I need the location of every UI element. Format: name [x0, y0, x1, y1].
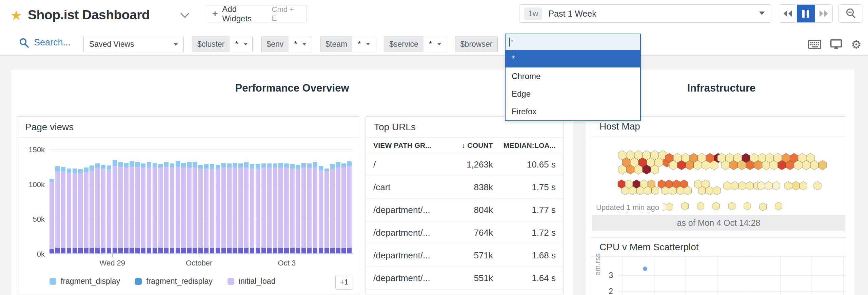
host-hexagon[interactable] [785, 181, 792, 190]
dropdown-option-edge[interactable]: Edge [506, 85, 640, 103]
page-views-widget[interactable]: Page views 150k100k50k0k Wed 29OctoberOc… [17, 116, 360, 295]
bar[interactable] [227, 163, 231, 253]
bar[interactable] [210, 164, 214, 253]
variable-pill-env[interactable]: $env* [261, 36, 312, 52]
bar[interactable] [301, 163, 306, 253]
bar[interactable] [130, 161, 134, 253]
host-hexagon[interactable] [772, 181, 780, 190]
host-hexagon[interactable] [744, 202, 751, 210]
host-hexagon[interactable] [775, 202, 782, 210]
add-widgets-button[interactable]: + Add Widgets Cmd + E [206, 5, 307, 22]
host-hexagon[interactable] [746, 181, 753, 190]
table-row[interactable]: /1,263k10.65 s [366, 153, 563, 176]
bar[interactable] [216, 165, 220, 253]
host-map-widget[interactable]: Host Map Updated 1 min ago as of Mon 4 O… [591, 116, 846, 231]
bar[interactable] [55, 166, 60, 253]
bar[interactable] [193, 162, 197, 253]
browser-filter-input[interactable]: * [506, 34, 640, 50]
host-hexagon[interactable] [765, 181, 772, 190]
table-row[interactable]: /cart838k1.75 s [366, 176, 563, 199]
bar[interactable] [336, 162, 340, 253]
bar[interactable] [244, 162, 249, 253]
bar[interactable] [118, 162, 123, 253]
bar[interactable] [204, 164, 209, 253]
host-hexagon[interactable] [818, 160, 827, 170]
bar[interactable] [170, 163, 174, 253]
dropdown-option-firefox[interactable]: Firefox [506, 103, 640, 120]
host-hexagon[interactable] [731, 181, 738, 190]
host-hexagon[interactable] [728, 202, 735, 210]
variable-pill-service[interactable]: $service* [384, 36, 446, 52]
chevron-down-icon[interactable] [180, 13, 189, 20]
host-hexagon[interactable] [713, 186, 721, 195]
table-row[interactable]: /department/...764k1.72 s [366, 221, 563, 244]
bar[interactable] [181, 163, 185, 253]
top-urls-widget[interactable]: Top URLs VIEW PATH GR...↓ COUNTMEDIAN:LO… [366, 116, 564, 295]
gear-icon[interactable]: ⚙ [851, 39, 861, 50]
column-header-1[interactable]: VIEW PATH GR... [373, 141, 442, 150]
bar[interactable] [147, 162, 151, 253]
bar[interactable] [78, 169, 82, 253]
zoom-out-button[interactable] [838, 4, 863, 23]
table-row[interactable]: /department/...551k1.64 s [366, 267, 563, 290]
bar[interactable] [158, 164, 163, 253]
bar[interactable] [101, 165, 105, 253]
dropdown-option-chrome[interactable]: Chrome [506, 67, 640, 85]
column-header-2[interactable]: ↓ COUNT [442, 141, 493, 150]
tv-mode-icon[interactable] [830, 39, 842, 50]
bar[interactable] [176, 161, 180, 253]
bar[interactable] [124, 163, 129, 253]
variable-pill-team[interactable]: $team* [320, 36, 375, 52]
bar[interactable] [267, 163, 272, 253]
star-icon[interactable]: ★ [10, 7, 22, 23]
host-hexagon[interactable] [682, 202, 688, 210]
bar[interactable] [347, 161, 352, 253]
host-hexagon[interactable] [760, 203, 766, 211]
bar[interactable] [238, 163, 243, 253]
scatter-point[interactable] [643, 267, 647, 271]
rewind-button[interactable] [779, 5, 797, 22]
bar[interactable] [319, 166, 323, 253]
host-hexagon[interactable] [800, 181, 807, 190]
bar[interactable] [67, 169, 71, 253]
bar[interactable] [341, 163, 346, 253]
bar[interactable] [198, 165, 203, 253]
column-header-3[interactable]: MEDIAN:LOA... [493, 141, 556, 150]
bar[interactable] [187, 162, 191, 253]
bar[interactable] [261, 163, 266, 253]
variable-pill-browser[interactable]: $browser [455, 36, 498, 52]
bar[interactable] [278, 163, 283, 253]
bar[interactable] [256, 164, 260, 253]
host-hexagon[interactable] [738, 181, 746, 190]
bar[interactable] [164, 162, 169, 253]
dropdown-option-*[interactable]: * [506, 50, 640, 67]
bar[interactable] [90, 165, 94, 253]
bar[interactable] [50, 179, 54, 253]
pause-button[interactable] [797, 5, 814, 22]
top-urls-header-row[interactable]: VIEW PATH GR...↓ COUNTMEDIAN:LOA... [366, 138, 563, 153]
legend-item-fragment_display[interactable]: fragment_display [50, 277, 120, 286]
bar[interactable] [324, 169, 329, 253]
bar[interactable] [153, 163, 157, 253]
bar[interactable] [141, 163, 145, 253]
bar[interactable] [113, 160, 117, 253]
keyboard-shortcuts-icon[interactable] [808, 40, 821, 49]
bar[interactable] [290, 164, 294, 253]
legend-more-button[interactable]: +1 [335, 275, 353, 290]
time-range-picker[interactable]: 1w Past 1 Week [519, 4, 771, 23]
page-views-chart[interactable]: Wed 29OctoberOct 3 [50, 150, 353, 254]
bar[interactable] [135, 162, 140, 253]
bar[interactable] [61, 167, 65, 253]
cpu-mem-scatterplot-widget[interactable]: CPU v Mem Scatterplot em.rss 32 [591, 237, 846, 295]
bar[interactable] [233, 163, 237, 253]
bar[interactable] [307, 163, 312, 253]
bar[interactable] [250, 164, 254, 253]
bar[interactable] [95, 163, 100, 253]
bar[interactable] [296, 165, 300, 253]
variable-pill-cluster[interactable]: $cluster* [192, 36, 253, 52]
bar[interactable] [273, 163, 277, 253]
bar[interactable] [107, 165, 111, 253]
host-hexagon[interactable] [724, 181, 731, 190]
host-hexagon[interactable] [814, 181, 821, 190]
bar[interactable] [73, 169, 77, 253]
